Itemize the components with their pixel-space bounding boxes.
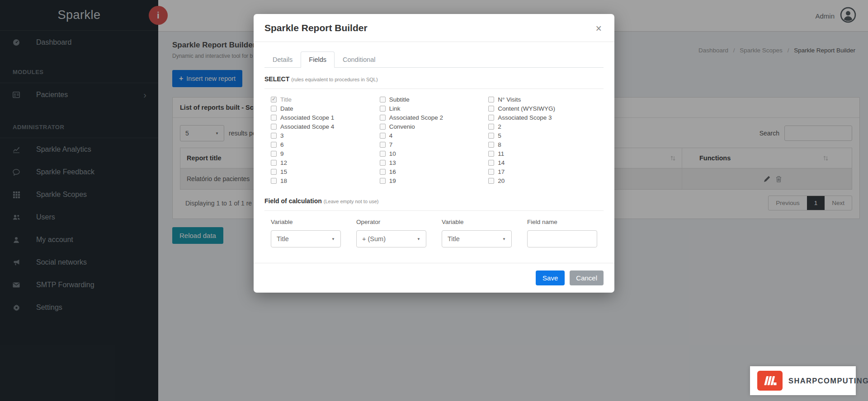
checkbox-option[interactable]: Associated Scope 4 — [271, 122, 380, 131]
divider — [264, 89, 604, 89]
checkbox[interactable] — [271, 124, 277, 130]
sharpcomputing-badge: SHARPCOMPUTING® — [750, 366, 856, 395]
checkbox-option[interactable]: Date — [271, 104, 380, 113]
checkbox[interactable] — [488, 124, 494, 130]
operator-select[interactable]: + (Sum) ▼ — [356, 230, 426, 247]
field-variable-1: Variable Title ▼ — [271, 219, 341, 247]
checkbox-option[interactable]: 6 — [271, 140, 380, 149]
checkbox[interactable] — [488, 160, 494, 166]
field-label: Field name — [527, 219, 597, 225]
checkbox[interactable] — [380, 160, 386, 166]
checkbox[interactable] — [380, 115, 386, 121]
checkbox-option[interactable]: 10 — [380, 149, 489, 158]
field-name: Field name — [527, 219, 597, 247]
field-label: Operator — [356, 219, 426, 225]
close-icon[interactable]: × — [594, 23, 604, 35]
checkbox[interactable] — [271, 178, 277, 184]
checkbox[interactable] — [271, 160, 277, 166]
checkbox[interactable] — [271, 106, 277, 112]
checkbox-option[interactable]: 15 — [271, 167, 380, 176]
select-checkbox-grid: Title Date Associated Scope 1 Associated… — [264, 95, 604, 185]
checkbox[interactable] — [488, 169, 494, 175]
checkbox[interactable] — [488, 106, 494, 112]
tab-details[interactable]: Details — [264, 51, 301, 68]
checkbox[interactable] — [488, 133, 494, 139]
sharpcomputing-logo-text: SHARPCOMPUTING® — [788, 377, 868, 385]
select-section-heading: SELECT(rules equivalent to procedures in… — [264, 75, 604, 83]
cancel-button[interactable]: Cancel — [570, 270, 604, 285]
field-label: Variable — [442, 219, 512, 225]
caret-down-icon: ▼ — [331, 237, 335, 241]
checkbox[interactable] — [271, 169, 277, 175]
field-name-input[interactable] — [527, 230, 597, 247]
checkbox-option[interactable]: Content (WYSIWYG) — [488, 104, 597, 113]
checkbox[interactable] — [380, 151, 386, 157]
modal-title: Sparkle Report Builder — [264, 23, 368, 33]
checkbox-option[interactable]: Convenio — [380, 122, 489, 131]
checkbox-option[interactable]: 14 — [488, 158, 597, 167]
checkbox[interactable] — [380, 97, 386, 103]
sharpcomputing-logo-icon — [757, 371, 783, 391]
checkbox[interactable] — [380, 142, 386, 148]
checkbox-option[interactable]: N° Visits — [488, 95, 597, 104]
checkbox-option[interactable]: Subtitle — [380, 95, 489, 104]
caret-down-icon: ▼ — [502, 237, 506, 241]
checkbox[interactable] — [380, 178, 386, 184]
checkbox-option[interactable]: 19 — [380, 176, 489, 185]
checkbox-option[interactable]: 4 — [380, 131, 489, 140]
checkbox[interactable] — [380, 106, 386, 112]
checkbox-option[interactable]: Link — [380, 104, 489, 113]
calc-section-heading: Field of calculation(Leave empty not to … — [264, 197, 604, 205]
checkbox-option[interactable]: 13 — [380, 158, 489, 167]
checkbox-option[interactable]: 16 — [380, 167, 489, 176]
checkbox[interactable] — [488, 178, 494, 184]
checkbox[interactable] — [488, 142, 494, 148]
checkbox-option[interactable]: 11 — [488, 149, 597, 158]
field-operator: Operator + (Sum) ▼ — [356, 219, 426, 247]
checkbox-option[interactable]: 9 — [271, 149, 380, 158]
field-label: Variable — [271, 219, 341, 225]
checkbox-option[interactable]: 12 — [271, 158, 380, 167]
checkbox-option[interactable]: Title — [271, 95, 380, 104]
checkbox[interactable] — [380, 124, 386, 130]
checkbox[interactable] — [271, 151, 277, 157]
checkbox[interactable] — [488, 115, 494, 121]
field-variable-2: Variable Title ▼ — [442, 219, 512, 247]
report-builder-modal: Sparkle Report Builder × Details Fields … — [254, 14, 614, 293]
checkbox[interactable] — [271, 142, 277, 148]
checkbox-option[interactable]: 5 — [488, 131, 597, 140]
checkbox[interactable] — [380, 133, 386, 139]
save-button[interactable]: Save — [536, 270, 565, 285]
checkbox[interactable] — [380, 169, 386, 175]
tab-fields[interactable]: Fields — [301, 51, 335, 68]
variable-1-select[interactable]: Title ▼ — [271, 230, 341, 247]
checkbox[interactable] — [271, 133, 277, 139]
checkbox-option[interactable]: 2 — [488, 122, 597, 131]
checkbox[interactable] — [271, 115, 277, 121]
checkbox-option[interactable]: Associated Scope 2 — [380, 113, 489, 122]
checkbox-option[interactable]: 18 — [271, 176, 380, 185]
variable-2-select[interactable]: Title ▼ — [442, 230, 512, 247]
divider — [264, 210, 604, 211]
checkbox-option[interactable]: Associated Scope 1 — [271, 113, 380, 122]
checkbox[interactable] — [488, 151, 494, 157]
checkbox-option[interactable]: 8 — [488, 140, 597, 149]
checkbox[interactable] — [271, 97, 277, 103]
checkbox-option[interactable]: 20 — [488, 176, 597, 185]
select-section-note: (rules equivalent to procedures in SQL) — [291, 77, 377, 82]
checkbox-option[interactable]: 3 — [271, 131, 380, 140]
modal-tabs: Details Fields Conditional — [264, 51, 604, 68]
calc-section-note: (Leave empty not to use) — [324, 199, 379, 204]
checkbox-option[interactable]: 7 — [380, 140, 489, 149]
checkbox-option[interactable]: 17 — [488, 167, 597, 176]
tab-conditional[interactable]: Conditional — [335, 51, 384, 68]
caret-down-icon: ▼ — [417, 237, 420, 241]
checkbox-option[interactable]: Associated Scope 3 — [488, 113, 597, 122]
checkbox[interactable] — [488, 97, 494, 103]
